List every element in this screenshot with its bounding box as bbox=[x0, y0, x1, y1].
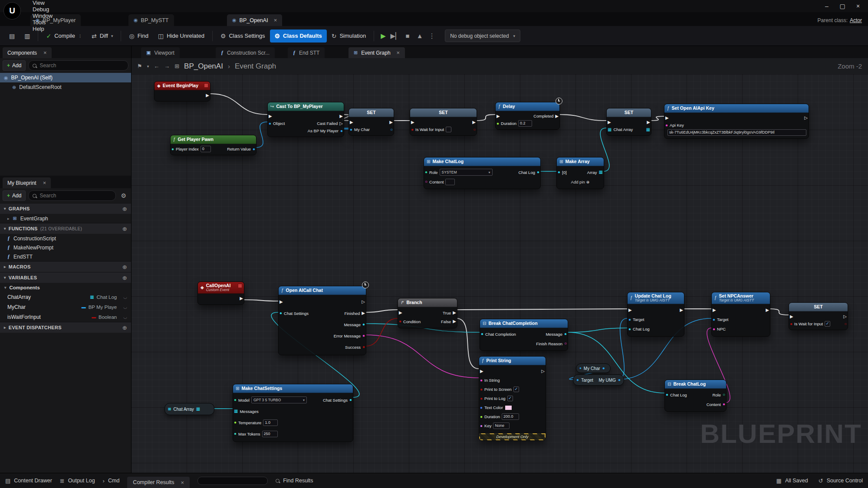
pin-pin[interactable]: ● bbox=[618, 378, 621, 382]
node-open-ai-call-chat[interactable]: ƒOpen AICall Chat▶▷●Chat SettingsFinishe… bbox=[278, 286, 366, 355]
duration-field[interactable]: 200.0 bbox=[502, 413, 519, 420]
chevron-down-icon[interactable]: ▾ bbox=[147, 64, 149, 69]
menu-item-help[interactable]: Help bbox=[28, 26, 57, 32]
graph-tab-viewport[interactable]: ▣Viewport bbox=[141, 47, 180, 58]
node-set-is-wait-for-input-1[interactable]: SET▶▶●Is Wait for Input○ bbox=[410, 108, 477, 136]
duration-field[interactable]: 0.2 bbox=[518, 120, 532, 127]
stop-button[interactable]: ■ bbox=[401, 30, 414, 42]
pin-pin[interactable]: ▶ bbox=[399, 311, 402, 315]
my-blueprint-search-input[interactable]: Search bbox=[28, 190, 116, 201]
pin-pin[interactable]: ▶ bbox=[608, 120, 611, 124]
menu-item-tools[interactable]: Tools bbox=[28, 19, 57, 26]
close-icon[interactable]: × bbox=[397, 49, 400, 56]
add-new-button[interactable]: + Add bbox=[3, 190, 26, 201]
pin-pin[interactable]: ▶ bbox=[411, 120, 414, 124]
content-field[interactable] bbox=[445, 179, 455, 185]
find-button[interactable]: ◎ Find bbox=[124, 29, 153, 43]
array-pin[interactable]: ▦ bbox=[599, 170, 603, 174]
true-pin[interactable]: ▶ bbox=[453, 311, 456, 315]
pin-pin[interactable]: ○ bbox=[390, 128, 393, 132]
role-select[interactable]: SYSTEM▾ bbox=[440, 169, 493, 176]
key-pin[interactable]: ● bbox=[480, 424, 483, 428]
return-value-pin[interactable]: ● bbox=[253, 147, 255, 151]
pin-pin[interactable]: ▶ bbox=[790, 314, 793, 319]
maximize-button[interactable]: ▢ bbox=[836, 1, 849, 11]
text-color-pin[interactable]: ● bbox=[480, 406, 483, 410]
pin-pin[interactable]: ▶ bbox=[647, 120, 650, 124]
eject-button[interactable]: ▲ bbox=[414, 30, 426, 42]
menu-item-view[interactable]: View bbox=[28, 0, 57, 6]
role-pin[interactable]: ○ bbox=[723, 393, 725, 397]
chat-log-pin[interactable]: ● bbox=[537, 170, 539, 174]
api-key-field[interactable]: sk-7Tu6EdU4jMKc3bkcqZxZT3BlbkFJiq9ryl0gs… bbox=[667, 129, 806, 136]
node-delay[interactable]: ƒDelay▶Completed▶●Duration0.2 bbox=[495, 102, 560, 130]
node-cast-to-bp-myplayer[interactable]: ↪Cast To BP_MyPlayer▶▶●ObjectCast Failed… bbox=[267, 102, 344, 137]
player-index-field[interactable]: 0 bbox=[201, 146, 211, 152]
pin-pin[interactable]: ● bbox=[602, 366, 605, 370]
add-icon[interactable]: ⊕ bbox=[122, 226, 127, 232]
cmd-button[interactable]: › Cmd bbox=[103, 478, 120, 484]
list-item-eventgraph[interactable]: ▸⊞EventGraph bbox=[0, 214, 131, 223]
pin-pin[interactable]: ○ bbox=[844, 322, 847, 326]
play-options-icon[interactable]: ⋮ bbox=[426, 30, 438, 42]
node-my-umg-get[interactable]: ●TargetMy UMG● bbox=[573, 374, 624, 386]
pin-pin[interactable]: ▶ bbox=[206, 93, 209, 98]
graph-tab-event-graph[interactable]: ⊞Event Graph× bbox=[349, 47, 405, 58]
tab-my-blueprint[interactable]: My Blueprint × bbox=[3, 177, 51, 188]
simulation-button[interactable]: ↻ Simulation bbox=[327, 29, 371, 43]
pin-pin[interactable]: ● bbox=[579, 367, 582, 370]
pin-pin[interactable]: ▶ bbox=[279, 300, 283, 304]
graph-tab-construction-scr[interactable]: ƒConstruction Scr... bbox=[216, 47, 275, 58]
eye-closed-icon[interactable]: ◡ bbox=[123, 295, 127, 299]
pin-pin[interactable]: ▶ bbox=[713, 308, 716, 312]
in-string-pin[interactable]: ● bbox=[480, 378, 483, 383]
model-select[interactable]: GPT 3 5 TURBO▾ bbox=[251, 396, 307, 403]
chat-settings-pin[interactable]: ● bbox=[279, 311, 282, 315]
0-pin[interactable]: ● bbox=[558, 170, 560, 174]
pin-pin[interactable]: ▶ bbox=[496, 114, 500, 118]
message-pin[interactable]: ● bbox=[564, 332, 567, 336]
target-pin[interactable]: ● bbox=[576, 378, 579, 382]
breadcrumb-root[interactable]: BP_OpenAI bbox=[184, 62, 223, 71]
node-make-chatlog[interactable]: ⊞Make ChatLog●RoleSYSTEM▾Chat Log●○Conte… bbox=[424, 157, 541, 189]
close-button[interactable]: × bbox=[852, 1, 865, 11]
list-item-makenewprompt[interactable]: ƒMakeNewPrompt bbox=[0, 243, 131, 252]
chat-log-pin[interactable]: ● bbox=[666, 393, 668, 397]
node-get-player-pawn[interactable]: ƒGet Player Pawn●Player Index0Return Val… bbox=[170, 135, 256, 155]
node-print-string[interactable]: ƒPrint String▶▷●In String●Print to Scree… bbox=[479, 356, 546, 441]
node-make-array[interactable]: ⊞Make Array●[0]Array▦Add pin ⊕ bbox=[556, 157, 604, 189]
class-defaults-button[interactable]: ⚙ Class Defaults bbox=[270, 29, 327, 43]
node-make-chatsettings[interactable]: ⊞Make ChatSettings●ModelGPT 3 5 TURBO▾Ch… bbox=[233, 384, 353, 442]
pin-pin[interactable]: ▦ bbox=[646, 128, 650, 132]
print-to-log-checkbox[interactable]: ✓ bbox=[507, 396, 513, 401]
add-icon[interactable]: ⊕ bbox=[122, 206, 127, 212]
compile-dropdown-icon[interactable]: ⋮ bbox=[78, 34, 82, 38]
temperature-field[interactable]: 1.0 bbox=[263, 419, 278, 426]
is-wait-for-input-pin[interactable]: ● bbox=[790, 322, 792, 326]
subgroup-components[interactable]: ▾Components bbox=[0, 283, 131, 292]
add-pin-button[interactable]: Add pin ⊕ bbox=[559, 180, 602, 184]
max-tokens-field[interactable]: 250 bbox=[262, 431, 278, 437]
list-item-endstt[interactable]: ƒEndSTT bbox=[0, 252, 131, 261]
success-pin[interactable]: ● bbox=[362, 345, 365, 349]
console-command-input[interactable] bbox=[197, 477, 268, 485]
list-item-constructionscript[interactable]: ƒConstructionScript bbox=[0, 234, 131, 243]
tab-compiler-results[interactable]: Compiler Results × bbox=[127, 477, 190, 488]
is-wait-for-input-checkbox[interactable] bbox=[446, 127, 451, 132]
api-key-pin[interactable]: ● bbox=[665, 123, 668, 128]
temperature-pin[interactable]: ● bbox=[234, 420, 237, 425]
content-drawer-button[interactable]: ▤ Content Drawer bbox=[5, 478, 52, 484]
parent-class-link[interactable]: Actor bbox=[850, 17, 862, 23]
menu-item-debug[interactable]: Debug bbox=[28, 6, 57, 13]
model-pin[interactable]: ● bbox=[234, 398, 237, 402]
pin-pin[interactable]: ▶ bbox=[628, 308, 632, 312]
gear-icon[interactable]: ⚙ bbox=[118, 192, 128, 199]
npc-pin[interactable]: ● bbox=[713, 327, 715, 331]
pin-pin[interactable]: ▷ bbox=[541, 369, 545, 373]
play-button[interactable]: ▶ bbox=[377, 30, 389, 42]
component-item-bp-openai-self[interactable]: ◉BP_OpenAI (Self) bbox=[0, 73, 131, 82]
forward-icon[interactable]: → bbox=[164, 63, 170, 69]
chat-array-pin[interactable]: ▦ bbox=[608, 128, 612, 132]
all-saved-status[interactable]: ▦ All Saved bbox=[776, 478, 808, 484]
minimize-button[interactable]: – bbox=[820, 1, 833, 11]
